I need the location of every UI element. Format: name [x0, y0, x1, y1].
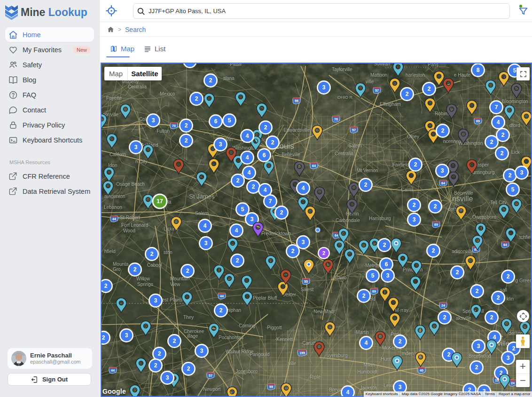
svg-text:3: 3 — [219, 141, 222, 148]
svg-text:Willow: Willow — [136, 276, 150, 281]
svg-text:2: 2 — [497, 294, 500, 301]
svg-text:69: 69 — [372, 290, 376, 293]
svg-text:3: 3 — [302, 239, 305, 246]
svg-text:2: 2 — [501, 132, 505, 138]
svg-text:Sikest: Sikest — [301, 287, 313, 292]
svg-text:·Kennett: ·Kennett — [275, 337, 293, 342]
svg-text:·Hunt: ·Hunt — [379, 357, 391, 362]
svg-text:2: 2 — [501, 150, 504, 157]
svg-text:·Piggott: ·Piggott — [266, 325, 282, 330]
svg-text:2: 2 — [154, 362, 157, 369]
svg-text:2: 2 — [475, 364, 478, 371]
svg-text:57: 57 — [209, 374, 212, 377]
svg-text:2: 2 — [185, 137, 188, 144]
svg-text:Wood: Wood — [123, 228, 135, 233]
svg-text:·Salem: ·Salem — [347, 143, 362, 148]
svg-text:Centralia: Centralia — [128, 84, 147, 89]
svg-text:3: 3 — [507, 355, 510, 361]
svg-text:View: View — [170, 282, 180, 287]
svg-text:ville: ville — [366, 79, 374, 84]
svg-text:2: 2 — [456, 269, 459, 276]
svg-text:3: 3 — [250, 216, 254, 222]
svg-text:5: 5 — [228, 117, 231, 124]
svg-text:2: 2 — [236, 177, 240, 184]
svg-text:55: 55 — [295, 99, 298, 103]
svg-text:17: 17 — [156, 198, 163, 205]
svg-text:4: 4 — [493, 334, 496, 341]
svg-text:8: 8 — [477, 67, 480, 73]
svg-text:3: 3 — [441, 167, 444, 174]
svg-text:3: 3 — [477, 343, 480, 349]
svg-text:64: 64 — [335, 234, 338, 237]
svg-text:Olney: Olney — [407, 134, 419, 139]
svg-text:5: 5 — [513, 67, 516, 74]
svg-text:57: 57 — [352, 128, 356, 132]
svg-text:2: 2 — [362, 293, 366, 299]
svg-text:3: 3 — [152, 117, 155, 124]
svg-text:24: 24 — [441, 304, 445, 307]
svg-text:69: 69 — [434, 223, 438, 226]
svg-text:asper: asper — [477, 162, 489, 167]
svg-text:4: 4 — [497, 119, 500, 126]
svg-text:Mounta: Mounta — [113, 262, 129, 267]
svg-text:2: 2 — [186, 268, 189, 274]
svg-text:·Edwardsville: ·Edwardsville — [282, 127, 310, 133]
svg-text:Paris: Paris — [428, 63, 438, 67]
svg-text:44: 44 — [112, 217, 116, 221]
svg-text:7: 7 — [495, 104, 498, 111]
svg-text:tchfield: tchfield — [519, 235, 532, 240]
svg-text:5: 5 — [241, 206, 244, 213]
svg-text:harleston: harleston — [406, 72, 425, 78]
svg-text:5: 5 — [511, 186, 515, 193]
svg-text:57: 57 — [375, 89, 379, 92]
svg-text:2: 2 — [512, 345, 516, 352]
svg-text:·St James: ·St James — [187, 193, 215, 200]
svg-text:155: 155 — [299, 351, 305, 355]
svg-text:niphan: niphan — [227, 308, 241, 313]
svg-text:·Belleville: ·Belleville — [280, 152, 300, 157]
svg-text:klin: klin — [507, 296, 514, 302]
svg-text:They: They — [183, 315, 194, 320]
svg-text:Californ: Californ — [110, 152, 125, 157]
svg-text:3: 3 — [125, 332, 128, 339]
svg-text:3: 3 — [520, 169, 524, 176]
svg-text:2: 2 — [252, 183, 255, 190]
svg-text:est Plains: est Plains — [162, 297, 182, 302]
svg-text:64: 64 — [503, 243, 507, 246]
svg-text:Effingham: Effingham — [380, 102, 401, 107]
svg-text:·Corning: ·Corning — [237, 323, 255, 328]
svg-text:Mt Vernon: Mt Vernon — [357, 168, 378, 173]
svg-text:3: 3 — [413, 216, 416, 223]
svg-text:Breetwood: Breetwood — [469, 353, 491, 358]
svg-text:4: 4 — [203, 222, 207, 229]
svg-text:·Milan: ·Milan — [362, 362, 375, 367]
svg-text:Lick: Lick — [511, 150, 520, 155]
svg-text:ville: ville — [288, 361, 297, 366]
svg-text:2: 2 — [507, 273, 510, 280]
svg-text:Taylorville: Taylorville — [332, 67, 352, 72]
svg-text:·Osage Beach: ·Osage Beach — [115, 182, 145, 187]
svg-text:·Parigould: ·Parigould — [248, 352, 270, 357]
svg-text:2: 2 — [219, 307, 223, 314]
svg-text:2: 2 — [322, 250, 325, 256]
svg-text:2: 2 — [490, 139, 493, 145]
svg-text:2: 2 — [264, 124, 267, 131]
svg-text:2: 2 — [441, 127, 445, 134]
svg-text:3: 3 — [204, 240, 208, 246]
svg-text:Sullivan: Sullivan — [374, 63, 390, 66]
svg-text:4: 4 — [346, 389, 350, 396]
svg-text:55: 55 — [304, 280, 308, 283]
svg-text:3: 3 — [200, 348, 203, 354]
svg-text:mden: mden — [402, 351, 414, 356]
svg-text:2: 2 — [133, 266, 137, 273]
svg-text:64: 64 — [312, 164, 316, 167]
svg-text:Fayette: Fayette — [106, 95, 122, 101]
svg-text:Cabool: Cabool — [147, 262, 162, 268]
svg-text:2: 2 — [364, 182, 368, 188]
svg-text:3: 3 — [386, 272, 390, 279]
svg-text:·Jonesboro: ·Jonesboro — [234, 369, 258, 374]
svg-text:Mattoon: Mattoon — [370, 72, 387, 78]
svg-text:2: 2 — [280, 209, 283, 216]
svg-text:Pocahontas: Pocahontas — [219, 335, 243, 340]
svg-text:2: 2 — [509, 172, 512, 179]
